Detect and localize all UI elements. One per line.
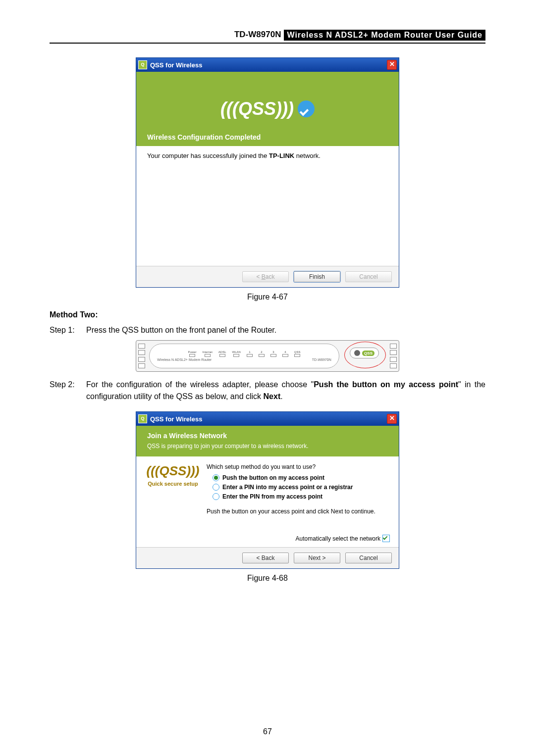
header-description: Wireless N ADSL2+ Modem Router User Guid… <box>284 30 485 41</box>
join-subtitle: QSS is preparing to join your computer t… <box>147 443 388 450</box>
back-button: < Back <box>242 271 289 282</box>
step-2-text: For the configuration of the wireless ad… <box>86 379 485 403</box>
step-1-text: Press the QSS button on the front panel … <box>86 324 485 336</box>
option-3-label: Enter the PIN from my access point <box>222 493 322 500</box>
option-2-label: Enter a PIN into my access point or a re… <box>222 484 353 491</box>
led-internet: Internet <box>202 351 212 357</box>
port-icon <box>390 344 397 349</box>
port-icon <box>390 350 397 355</box>
figure-caption-67: Figure 4-67 <box>50 293 485 302</box>
finish-button[interactable]: Finish <box>294 271 340 282</box>
led-2: 2 <box>259 351 265 357</box>
option-enter-pin-from-ap[interactable]: Enter the PIN from my access point <box>213 493 390 500</box>
option-push-button[interactable]: Push the button on my access point <box>213 474 390 481</box>
qss-button-tag: QSS <box>362 351 374 356</box>
completed-message-area: Your computer has successfully joined th… <box>136 146 399 266</box>
qss-mini-logo: (((QSS))) <box>145 463 201 479</box>
port-icon <box>138 357 145 362</box>
setup-question: Which setup method do you want to use? <box>207 463 390 470</box>
radio-icon <box>213 474 219 481</box>
port-icon <box>138 350 145 355</box>
radio-icon <box>213 484 219 491</box>
qss-logo: (((QSS))) <box>220 99 294 119</box>
qss-completed-window: Q QSS for Wireless ✕ (((QSS))) Wireless … <box>136 57 399 288</box>
led-power: Power <box>188 351 196 357</box>
radio-icon <box>213 493 219 500</box>
router-desc: Wireless N ADSL2+ Modem Router <box>157 358 212 361</box>
router-inner: PowerInternetADSLWLAN1234QSS Wireless N … <box>149 344 339 368</box>
window-titlebar: Q QSS for Wireless ✕ <box>136 412 399 426</box>
completed-msg: Your computer has successfully joined th… <box>147 152 321 159</box>
cancel-button[interactable]: Cancel <box>345 553 392 563</box>
join-title: Join a Wireless Network <box>147 432 388 440</box>
button-row: < Back Finish Cancel <box>136 266 399 287</box>
button-row: < Back Next > Cancel <box>136 547 399 568</box>
auto-select-row: Automatically select the network <box>136 521 399 547</box>
led-qss: QSS <box>294 351 301 357</box>
window-title: QSS for Wireless <box>150 415 387 423</box>
step-2: Step 2: For the configuration of the wir… <box>50 379 485 403</box>
port-icon <box>138 363 145 368</box>
window-title: QSS for Wireless <box>150 61 387 69</box>
window-titlebar: Q QSS for Wireless ✕ <box>136 58 399 72</box>
next-button[interactable]: Next > <box>294 553 340 563</box>
router-qss-button: QSS <box>350 348 379 358</box>
side-label: Quick secure setup <box>145 481 201 487</box>
options-panel: Which setup method do you want to use? P… <box>207 463 390 517</box>
router-label-row: Wireless N ADSL2+ Modem Router TD-W8970N <box>157 358 331 361</box>
document-page: TD-W8970N Wireless N ADSL2+ Modem Router… <box>0 0 535 756</box>
option-1-label: Push the button on my access point <box>222 474 324 481</box>
qss-button-dot-icon <box>354 350 360 356</box>
ports-right <box>390 344 397 368</box>
completed-title: Wireless Configuration Completed <box>147 133 261 141</box>
cancel-button: Cancel <box>345 271 392 282</box>
led-1: 1 <box>247 351 253 357</box>
close-icon[interactable]: ✕ <box>387 414 397 424</box>
back-button[interactable]: < Back <box>242 553 289 563</box>
router-model: TD-W8970N <box>312 358 331 361</box>
auto-select-label: Automatically select the network <box>296 535 380 542</box>
router-front-panel: PowerInternetADSLWLAN1234QSS Wireless N … <box>136 340 399 372</box>
qss-banner: (((QSS))) Wireless Configuration Complet… <box>136 72 399 146</box>
page-number: 67 <box>0 727 535 736</box>
ports-left <box>138 344 145 368</box>
method-two-heading: Method Two: <box>50 310 485 319</box>
helper-text: Push the button on your access point and… <box>207 508 390 515</box>
document-header: TD-W8970N Wireless N ADSL2+ Modem Router… <box>50 30 485 44</box>
led-3: 3 <box>270 351 276 357</box>
header-model: TD-W8970N <box>234 30 281 41</box>
option-enter-pin-ap[interactable]: Enter a PIN into my access point or a re… <box>213 484 390 491</box>
figure-caption-68: Figure 4-68 <box>50 574 485 583</box>
join-banner: Join a Wireless Network QSS is preparing… <box>136 426 399 456</box>
port-icon <box>390 363 397 368</box>
led-adsl: ADSL <box>218 351 226 357</box>
step-1: Step 1: Press the QSS button on the fron… <box>50 324 485 336</box>
side-panel: (((QSS))) Quick secure setup <box>145 463 201 517</box>
setup-method-body: (((QSS))) Quick secure setup Which setup… <box>136 456 399 521</box>
check-icon <box>298 101 315 117</box>
led-row: PowerInternetADSLWLAN1234QSS <box>188 351 300 357</box>
step-1-label: Step 1: <box>50 324 81 336</box>
auto-select-checkbox[interactable] <box>382 535 390 542</box>
qss-join-window: Q QSS for Wireless ✕ Join a Wireless Net… <box>136 411 399 569</box>
port-icon <box>390 357 397 362</box>
led-4: 4 <box>282 351 288 357</box>
banner-area: (((QSS))) Wireless Configuration Complet… <box>136 72 399 146</box>
port-icon <box>138 344 145 349</box>
qss-app-icon: Q <box>138 60 147 69</box>
close-icon[interactable]: ✕ <box>387 60 397 70</box>
step-2-label: Step 2: <box>50 379 81 403</box>
qss-app-icon: Q <box>138 414 147 423</box>
led-wlan: WLAN <box>232 351 241 357</box>
